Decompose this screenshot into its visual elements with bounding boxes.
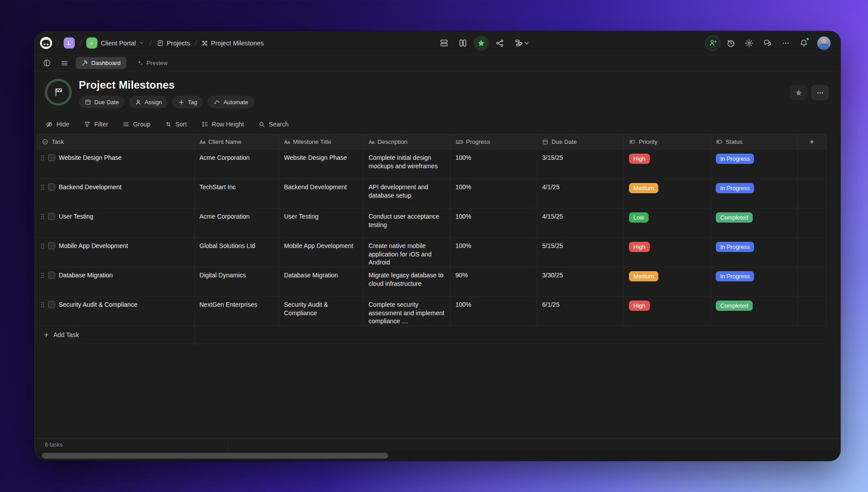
column-header-priority[interactable]: Priority	[624, 134, 711, 149]
columns-view-button[interactable]	[455, 36, 470, 51]
search-button[interactable]: Search	[258, 121, 288, 128]
description-cell[interactable]: API development and database setup	[364, 179, 450, 208]
due-date-cell[interactable]: 5/15/25	[537, 238, 624, 267]
progress-cell[interactable]: 100%	[450, 179, 537, 208]
priority-cell[interactable]: High	[624, 150, 711, 179]
due-date-cell[interactable]: 6/1/25	[537, 297, 624, 325]
status-cell[interactable]: In Progress	[711, 238, 798, 267]
assign-button[interactable]: Assign	[129, 96, 168, 108]
page-more-button[interactable]	[811, 85, 829, 100]
tag-button[interactable]: Tag	[172, 96, 203, 108]
user-initial-avatar[interactable]: L	[64, 37, 75, 49]
milestone-title-cell[interactable]: Website Design Phase	[279, 150, 364, 179]
status-cell[interactable]: In Progress	[711, 267, 798, 296]
task-cell[interactable]: Backend Development	[37, 179, 195, 208]
table-row[interactable]: Website Design Phase Acme Corporation We…	[37, 150, 826, 179]
task-cell[interactable]: Security Audit & Compliance	[37, 297, 195, 325]
tab-preview[interactable]: Preview	[131, 57, 174, 69]
column-header-description[interactable]: Aa Description	[364, 134, 450, 149]
user-avatar[interactable]	[817, 37, 831, 50]
milestone-title-cell[interactable]: Backend Development	[279, 179, 364, 208]
notifications-button[interactable]	[796, 36, 811, 51]
progress-cell[interactable]: 90%	[450, 267, 537, 296]
row-checkbox[interactable]	[48, 213, 55, 220]
status-cell[interactable]: In Progress	[711, 179, 798, 208]
client-name-cell[interactable]: NextGen Enterprises	[195, 297, 279, 325]
priority-cell[interactable]: Medium	[624, 267, 711, 296]
progress-cell[interactable]: 100%	[450, 238, 537, 267]
tab-dashboard[interactable]: Dashboard	[76, 57, 126, 69]
favorite-view-button[interactable]	[474, 36, 489, 51]
due-date-cell[interactable]: 3/30/25	[537, 267, 624, 296]
menu-button[interactable]	[58, 57, 71, 69]
priority-cell[interactable]: High	[624, 297, 711, 325]
rows-view-button[interactable]	[436, 36, 451, 51]
row-checkbox[interactable]	[48, 301, 55, 308]
description-cell[interactable]: Create native mobile application for iOS…	[364, 238, 450, 267]
invite-user-button[interactable]	[705, 36, 720, 51]
row-checkbox[interactable]	[48, 272, 55, 279]
drag-handle-icon[interactable]	[41, 243, 45, 249]
hide-fields-button[interactable]: Hide	[45, 121, 69, 128]
row-checkbox[interactable]	[48, 242, 55, 249]
table-row[interactable]: Backend Development TechStart Inc Backen…	[37, 179, 826, 208]
client-name-cell[interactable]: TechStart Inc	[195, 179, 279, 208]
client-name-cell[interactable]: Acme Corporation	[195, 208, 279, 237]
description-cell[interactable]: Complete security assessment and impleme…	[364, 297, 450, 325]
group-button[interactable]: Group	[122, 121, 150, 128]
filter-button[interactable]: Filter	[84, 121, 108, 128]
due-date-cell[interactable]: 4/15/25	[537, 208, 624, 237]
task-cell[interactable]: User Testing	[37, 208, 195, 237]
client-name-cell[interactable]: Acme Corporation	[195, 150, 279, 179]
client-name-cell[interactable]: Global Solutions Ltd	[195, 238, 279, 267]
milestone-title-cell[interactable]: Mobile App Development	[279, 238, 364, 267]
due-date-button[interactable]: Due Date	[79, 96, 125, 108]
milestone-flag-icon[interactable]	[45, 79, 72, 106]
milestone-title-cell[interactable]: User Testing	[279, 208, 364, 237]
progress-cell[interactable]: 100%	[450, 150, 537, 179]
due-date-cell[interactable]: 3/15/25	[537, 150, 624, 179]
milestone-title-cell[interactable]: Database Migration	[279, 267, 364, 296]
priority-cell[interactable]: High	[624, 238, 711, 267]
share-button[interactable]	[492, 36, 507, 51]
task-cell[interactable]: Database Migration	[37, 267, 195, 296]
automate-button[interactable]: Automate	[207, 96, 254, 108]
task-cell[interactable]: Website Design Phase	[37, 150, 195, 179]
history-button[interactable]	[723, 36, 738, 51]
milestone-title-cell[interactable]: Security Audit & Compliance	[279, 297, 364, 325]
drag-handle-icon[interactable]	[41, 301, 45, 308]
scrollbar-thumb[interactable]	[42, 453, 388, 459]
breadcrumb-workspace[interactable]: Client Portal	[86, 37, 145, 49]
drag-handle-icon[interactable]	[41, 155, 45, 161]
breadcrumb-current-page[interactable]: Project Milestones	[202, 40, 264, 47]
description-cell[interactable]: Conduct user acceptance testing	[364, 208, 450, 237]
row-height-button[interactable]: Row Height	[201, 121, 244, 128]
row-checkbox[interactable]	[48, 183, 55, 191]
column-header-task[interactable]: Task	[37, 134, 195, 149]
column-header-milestone-title[interactable]: Aa Milestone Title	[279, 134, 364, 149]
drag-handle-icon[interactable]	[41, 213, 45, 220]
status-cell[interactable]: Completed	[711, 208, 798, 237]
table-row[interactable]: Mobile App Development Global Solutions …	[37, 238, 826, 267]
progress-cell[interactable]: 100%	[450, 208, 537, 237]
sidebar-toggle-button[interactable]	[40, 57, 53, 69]
favorite-button[interactable]	[790, 85, 807, 100]
column-header-progress[interactable]: 123 Progress	[450, 134, 537, 149]
drag-handle-icon[interactable]	[41, 184, 45, 191]
status-cell[interactable]: Completed	[711, 297, 798, 325]
breadcrumb-projects[interactable]: Projects	[157, 40, 190, 47]
table-row[interactable]: Database Migration Digital Dynamics Data…	[37, 267, 826, 297]
status-cell[interactable]: In Progress	[711, 150, 798, 179]
add-task-button[interactable]: Add Task	[37, 326, 195, 344]
add-column-button[interactable]: +	[798, 134, 827, 149]
sort-button[interactable]: Sort	[165, 121, 187, 128]
row-checkbox[interactable]	[48, 154, 55, 161]
more-options-button[interactable]	[778, 36, 793, 51]
app-logo-icon[interactable]	[40, 37, 52, 49]
column-header-status[interactable]: Status	[711, 134, 798, 149]
progress-cell[interactable]: 100%	[450, 297, 537, 325]
column-header-due-date[interactable]: Due Date	[537, 134, 624, 149]
due-date-cell[interactable]: 4/1/25	[537, 179, 624, 208]
description-cell[interactable]: Complete initial design mockups and wire…	[364, 150, 450, 179]
priority-cell[interactable]: Low	[624, 208, 711, 237]
